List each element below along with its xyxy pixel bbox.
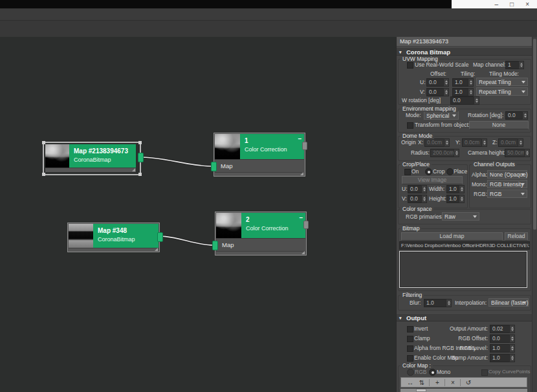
group-label-filtering: Filtering — [400, 292, 424, 298]
output-socket[interactable] — [157, 232, 163, 242]
crop-radio[interactable] — [425, 168, 432, 175]
env-rotation-spinner[interactable] — [522, 111, 528, 120]
rgb-dropdown[interactable]: RGB — [487, 190, 527, 198]
output-amount-field[interactable]: 0.02 — [490, 325, 510, 333]
node-editor-canvas[interactable]: Map #2138394673 CoronaBitmap 1 Color Cor… — [0, 37, 396, 392]
map-channel-spinner[interactable] — [518, 61, 524, 69]
reset-curves-icon[interactable]: ↺ — [463, 378, 474, 387]
u-tiling-field[interactable]: 1.0 — [452, 78, 469, 87]
crop-u-field[interactable]: 0.0 — [408, 185, 422, 193]
input-socket[interactable] — [211, 162, 217, 171]
w-rotation-spinner[interactable] — [474, 96, 479, 105]
move-point-icon[interactable]: ↔ — [405, 378, 415, 387]
delete-point-icon[interactable]: × — [448, 378, 458, 387]
alpha-from-rgb-checkbox[interactable] — [407, 345, 413, 352]
selection-handle[interactable] — [42, 173, 45, 176]
node-color-correction-1[interactable]: 1 Color Correction – Map — [214, 133, 305, 177]
copy-curvepoints-checkbox[interactable] — [481, 369, 488, 376]
resize-grip-icon[interactable] — [301, 251, 305, 254]
rgb-level-spinner[interactable] — [509, 344, 515, 353]
env-rotation-field[interactable]: 0.0 — [505, 111, 523, 120]
resize-grip-icon[interactable] — [300, 172, 303, 175]
crop-on-checkbox[interactable] — [404, 169, 411, 175]
panel-scroll-thumb[interactable] — [533, 39, 536, 230]
w-rotation-field[interactable]: 0.0 — [450, 96, 475, 105]
clamp-checkbox[interactable] — [407, 336, 413, 342]
blur-spinner[interactable] — [446, 299, 452, 307]
node-corona-bitmap-2[interactable]: Map #348 CoronaBitmap — [67, 223, 160, 252]
input-socket[interactable] — [212, 241, 218, 250]
crop-v-spinner[interactable] — [421, 195, 427, 203]
u-tiling-mode-dropdown[interactable]: Repeat Tiling — [476, 78, 528, 86]
crop-width-spinner[interactable] — [459, 185, 465, 193]
colormap-rgb-radio[interactable] — [407, 369, 414, 376]
rollout-corona-bitmap[interactable]: ▾ Corona Bitmap — [397, 47, 532, 56]
node-input-slot[interactable]: Map — [215, 159, 304, 172]
crop-width-field[interactable]: 1.0 — [446, 185, 460, 193]
reload-button[interactable]: Reload — [505, 232, 528, 241]
close-button[interactable]: × — [525, 1, 529, 8]
invert-checkbox[interactable] — [407, 326, 413, 332]
resize-grip-icon[interactable] — [155, 248, 158, 251]
curve-scroll-thumb[interactable] — [416, 389, 426, 392]
map-channel-field[interactable]: 1 — [505, 61, 520, 69]
crop-height-spinner[interactable] — [459, 195, 465, 203]
output-amount-spinner[interactable] — [509, 325, 515, 333]
load-map-button[interactable]: Load map — [401, 232, 503, 241]
output-socket[interactable] — [303, 221, 309, 229]
bump-amount-field[interactable]: 1.0 — [490, 354, 510, 362]
node-header[interactable]: 1 Color Correction – — [240, 134, 304, 159]
view-image-button[interactable]: View Image — [402, 176, 463, 184]
interpolation-dropdown[interactable]: Bilinear (faster) — [488, 298, 529, 307]
collapse-icon[interactable]: – — [298, 135, 301, 142]
node-header[interactable]: 2 Color Correction – — [241, 213, 305, 238]
rgb-primaries-dropdown[interactable]: Raw — [442, 212, 479, 221]
transform-from-object-checkbox[interactable] — [407, 122, 413, 129]
output-socket[interactable] — [302, 142, 307, 150]
dome-z-spinner — [518, 138, 523, 147]
colormap-mono-radio[interactable] — [429, 369, 436, 376]
rgb-offset-label: RGB Offset: — [435, 335, 488, 342]
transform-object-none-button[interactable]: None — [469, 121, 529, 129]
node-color-correction-2[interactable]: 2 Color Correction – Map — [215, 212, 307, 256]
node-header[interactable]: Map #2138394673 CoronaBitmap — [69, 144, 136, 168]
rgb-level-field[interactable]: 1.0 — [490, 344, 510, 353]
env-mode-dropdown[interactable]: Spherical — [424, 111, 459, 120]
minimize-button[interactable]: – — [495, 1, 499, 8]
panel-scrollbar[interactable] — [532, 37, 537, 392]
curve-scrollbar[interactable] — [400, 389, 527, 392]
maximize-button[interactable]: □ — [510, 1, 514, 8]
blur-field[interactable]: 1.0 — [424, 299, 447, 307]
u-offset-field[interactable]: 0.0 — [426, 78, 444, 87]
u-tiling-spinner[interactable] — [468, 78, 474, 87]
bitmap-path-field[interactable]: F:\Venboo Dropbox\Venboo Office\HDRI\3D … — [399, 241, 530, 250]
v-tiling-spinner[interactable] — [468, 88, 474, 96]
resize-grip-icon[interactable] — [132, 168, 135, 171]
u-offset-spinner[interactable] — [443, 78, 449, 87]
node-header[interactable]: Map #348 CoronaBitmap — [93, 224, 159, 248]
crop-height-field[interactable]: 1.0 — [446, 195, 460, 203]
rollout-output[interactable]: ▾ Output — [397, 313, 532, 321]
rgb-offset-field[interactable]: 0.0 — [490, 334, 510, 343]
crop-u-spinner[interactable] — [421, 185, 427, 193]
crop-v-field[interactable]: 0.0 — [408, 195, 422, 203]
place-radio[interactable] — [446, 168, 454, 175]
rgb-offset-spinner[interactable] — [509, 334, 515, 343]
v-tiling-mode-dropdown[interactable]: Repeat Tiling — [476, 87, 528, 96]
node-corona-bitmap-1[interactable]: Map #2138394673 CoronaBitmap — [43, 142, 141, 175]
selection-handle[interactable] — [138, 173, 142, 176]
collapse-icon[interactable]: – — [299, 214, 303, 221]
v-tiling-field[interactable]: 1.0 — [452, 88, 469, 96]
v-offset-field[interactable]: 0.0 — [426, 88, 444, 96]
selection-handle[interactable] — [138, 141, 142, 144]
scale-point-icon[interactable]: ⇅ — [417, 378, 427, 387]
alpha-dropdown[interactable]: None (Opaque) — [487, 170, 527, 179]
output-socket[interactable] — [138, 153, 144, 162]
node-input-slot[interactable]: Map — [216, 238, 305, 251]
enable-color-map-checkbox[interactable] — [407, 355, 413, 362]
use-real-world-checkbox[interactable] — [407, 62, 413, 69]
add-point-icon[interactable]: + — [432, 378, 443, 387]
mono-dropdown[interactable]: RGB Intensity — [487, 180, 527, 188]
v-offset-spinner[interactable] — [443, 88, 449, 96]
bump-amount-spinner[interactable] — [509, 354, 515, 362]
